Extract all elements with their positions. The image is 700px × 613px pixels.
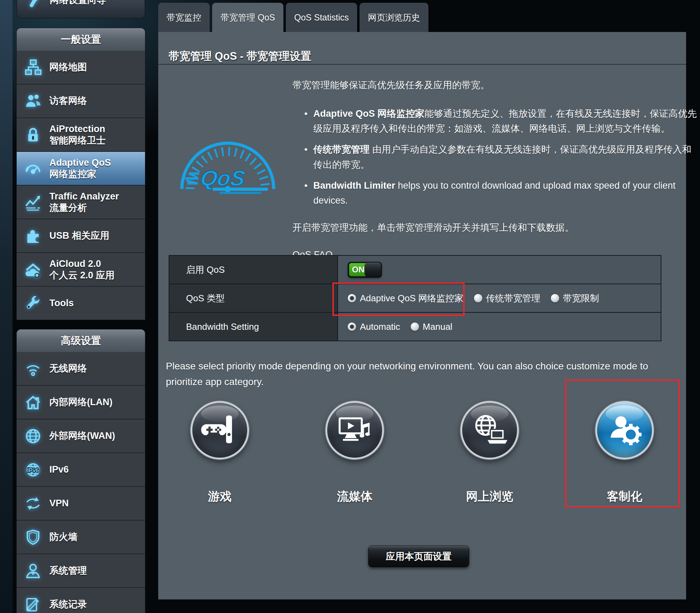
mode-label: 游戏 [208, 489, 232, 505]
radio-adaptive-qos[interactable]: Adaptive QoS 网络监控家 [348, 292, 464, 304]
intro-block: 带宽管理能够保证高优先级任务及应用的带宽。 Adaptive QoS 网络监控家… [292, 78, 699, 263]
sidebar-item-vpn[interactable]: VPN [17, 486, 145, 520]
gauge-icon [17, 160, 49, 177]
sidebar-item-adaptive-qos[interactable]: Adaptive QoS网络监控家 [17, 151, 145, 185]
mode-game[interactable]: 游戏 [162, 401, 277, 505]
router-admin-page: 网络设置向导 一般设置 网络地图 访客网络 AiPro [0, 0, 700, 613]
row-value-qos-type: Adaptive QoS 网络监控家 传统带宽管理 带宽限制 [338, 284, 661, 312]
traffic-chart-icon [17, 194, 49, 211]
sidebar-item-label: 系统记录 [49, 599, 87, 610]
radio-label: Adaptive QoS 网络监控家 [360, 292, 464, 304]
radio-icon [474, 294, 482, 302]
bullet-term: Bandwidth Limiter [313, 180, 395, 191]
priority-mode-row: 游戏 [158, 401, 686, 540]
admin-person-icon [17, 562, 49, 580]
sidebar-item-ipv6[interactable]: IPv6 IPv6 [17, 452, 145, 486]
mode-web-browsing[interactable]: 网上浏览 [432, 401, 547, 505]
sidebar: 网络设置向导 一般设置 网络地图 访客网络 AiPro [17, 0, 145, 613]
radio-bandwidth-limiter[interactable]: 带宽限制 [551, 292, 599, 304]
bullet-text: 由用户手动自定义参数在有线及无线连接时，保证高优先级应用及程序传入和传出的带宽。 [313, 144, 692, 170]
guests-icon [17, 92, 49, 110]
screwdriver-icon [17, 0, 50, 9]
sidebar-item-label: AiProtection [49, 124, 105, 134]
row-label-enable-qos: 启用 QoS [169, 256, 337, 284]
tab-bar: 带宽监控 带宽管理 QoS QoS Statistics 网页浏览历史 [158, 3, 428, 32]
sidebar-item-administration[interactable]: 系统管理 [17, 554, 145, 587]
priority-mode-note: Please select priority mode depending on… [166, 359, 684, 390]
globe-icon [17, 427, 49, 445]
wifi-icon [17, 360, 49, 377]
radio-automatic[interactable]: Automatic [348, 321, 400, 332]
sidebar-item-aicloud[interactable]: AiCloud 2.0个人云 2.0 应用 [17, 252, 145, 286]
wrench-icon [17, 295, 49, 312]
sidebar-item-quick-setup-wizard[interactable]: 网络设置向导 [17, 0, 145, 18]
sidebar-item-label: IPv6 [49, 464, 69, 475]
radio-icon [411, 322, 419, 331]
mode-label: 网上浏览 [466, 489, 513, 505]
ipv6-globe-icon: IPv6 [17, 461, 49, 479]
sidebar-item-system-log[interactable]: 系统记录 [17, 587, 145, 613]
radio-selected-icon [348, 322, 356, 331]
intro-lead: 带宽管理能够保证高优先级任务及应用的带宽。 [292, 78, 699, 93]
sidebar-item-label: VPN [49, 498, 69, 509]
svg-text:QoS: QoS [199, 166, 247, 190]
network-map-icon [17, 59, 49, 76]
sidebar-item-label: 无线网络 [49, 363, 87, 374]
tab-bandwidth-monitor[interactable]: 带宽监控 [158, 3, 210, 32]
radio-manual[interactable]: Manual [411, 321, 452, 332]
toggle-knob [365, 263, 381, 277]
home-icon [17, 394, 49, 411]
sidebar-item-traffic-analyzer[interactable]: Traffic Analyzer流量分析 [17, 185, 145, 219]
radio-traditional-qos[interactable]: 传统带宽管理 [474, 292, 540, 304]
tab-qos-statistics[interactable]: QoS Statistics [286, 3, 357, 32]
bullet-bandwidth-limiter: Bandwidth Limiter helps you to control d… [304, 178, 699, 209]
customize-icon [595, 401, 654, 459]
sidebar-item-wireless[interactable]: 无线网络 [17, 352, 145, 385]
enable-hint: 开启带宽管理功能，单击带宽管理滑动开关并填写上传和下载数据。 [292, 220, 699, 236]
sidebar-item-lan[interactable]: 内部网络(LAN) [17, 385, 145, 419]
sidebar-group-general: 一般设置 网络地图 访客网络 AiProtection智能网络卫士 [17, 28, 145, 320]
qos-enable-toggle[interactable]: ON [348, 262, 382, 278]
radio-label: Automatic [360, 321, 400, 332]
cloud-home-icon [17, 261, 49, 278]
mode-media-streaming[interactable]: 流媒体 [297, 401, 412, 505]
sidebar-item-label: 网络设置向导 [50, 0, 106, 6]
page-title: 带宽管理 QoS - 带宽管理设置 [169, 49, 311, 64]
vpn-arrows-icon [17, 495, 49, 512]
qos-settings-table: 启用 QoS ON QoS 类型 Adaptive QoS 网络监控家 传统带宽… [169, 255, 661, 341]
tab-web-history[interactable]: 网页浏览历史 [360, 3, 428, 32]
puzzle-icon [17, 227, 49, 245]
media-streaming-icon [325, 401, 384, 459]
log-document-icon [17, 596, 49, 613]
sidebar-item-label: AiCloud 2.0 [49, 259, 101, 269]
tab-bandwidth-management-qos[interactable]: 带宽管理 QoS [212, 3, 283, 32]
sidebar-item-firewall[interactable]: 防火墙 [17, 520, 145, 554]
bullet-adaptive-qos: Adaptive QoS 网络监控家能够通过预先定义、拖放设置，在有线及无线连接… [304, 106, 699, 137]
sidebar-item-aiprotection[interactable]: AiProtection智能网络卫士 [17, 117, 145, 151]
sidebar-item-wan[interactable]: 外部网络(WAN) [17, 419, 145, 452]
web-browsing-icon [460, 401, 519, 459]
row-label-bandwidth-setting: Bandwidth Setting [169, 313, 337, 341]
sidebar-item-label: Adaptive QoS [49, 157, 111, 168]
sidebar-item-label: 访客网络 [49, 96, 87, 106]
mode-customize[interactable]: 客制化 [567, 401, 682, 505]
sidebar-item-label: 网络地图 [49, 62, 87, 72]
sidebar-item-label: 外部网络(WAN) [49, 430, 115, 442]
bullet-traditional-qos: 传统带宽管理 由用户手动自定义参数在有线及无线连接时，保证高优先级应用及程序传入… [304, 142, 699, 172]
sidebar-item-guest-network[interactable]: 访客网络 [17, 84, 145, 117]
sidebar-item-usb-apps[interactable]: USB 相关应用 [17, 219, 145, 252]
row-value-enable-qos: ON [338, 256, 661, 284]
game-console-icon [191, 401, 249, 459]
radio-label: Manual [423, 321, 452, 332]
apply-button[interactable]: 应用本页面设置 [368, 546, 469, 567]
title-divider [158, 64, 686, 65]
sidebar-item-tools[interactable]: Tools [17, 286, 145, 320]
sidebar-general-header: 一般设置 [17, 28, 145, 51]
sidebar-item-label: Traffic Analyzer [49, 191, 119, 202]
radio-icon [551, 294, 559, 302]
radio-selected-icon [348, 294, 356, 302]
sidebar-item-label: 系统管理 [49, 565, 87, 577]
mode-label: 客制化 [607, 489, 642, 505]
bullet-term: Adaptive QoS 网络监控家 [313, 108, 425, 119]
sidebar-item-network-map[interactable]: 网络地图 [17, 51, 145, 84]
